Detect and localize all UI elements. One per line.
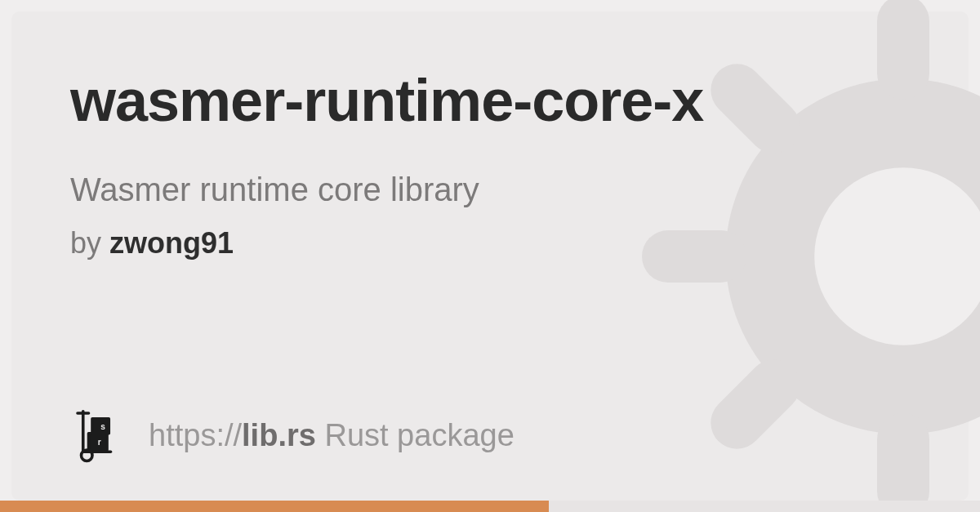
librs-logo-icon: r s	[70, 406, 129, 465]
svg-rect-6	[700, 349, 811, 460]
svg-text:s: s	[100, 422, 105, 431]
package-author: zwong91	[109, 226, 234, 260]
package-description: Wasmer runtime core library	[70, 171, 910, 208]
svg-rect-2	[877, 413, 929, 513]
accent-bar-track	[549, 501, 980, 512]
accent-bar	[0, 501, 980, 512]
url-suffix: Rust package	[316, 418, 514, 452]
package-card: wasmer-runtime-core-x Wasmer runtime cor…	[11, 11, 969, 501]
svg-text:r: r	[98, 438, 101, 447]
package-byline: by zwong91	[70, 226, 910, 260]
url-prefix: https://	[149, 418, 242, 452]
accent-bar-fill	[0, 501, 549, 512]
by-prefix: by	[70, 226, 109, 260]
footer: r s https://lib.rs Rust package	[70, 406, 514, 465]
package-name: wasmer-runtime-core-x	[70, 70, 910, 132]
url-domain: lib.rs	[242, 418, 316, 452]
footer-url: https://lib.rs Rust package	[149, 418, 514, 453]
